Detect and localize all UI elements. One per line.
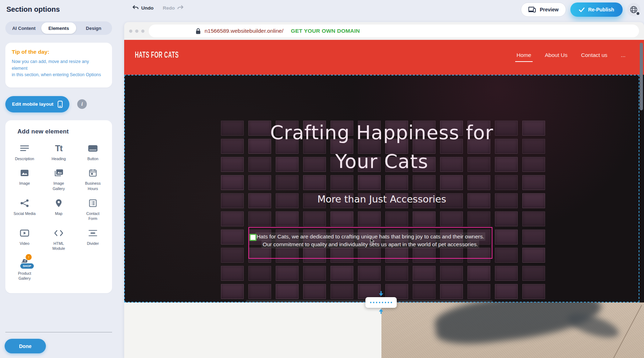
scrollbar-thumb[interactable]	[640, 43, 643, 110]
element-video[interactable]: Video	[7, 228, 42, 254]
check-icon	[579, 7, 585, 12]
nav-contact-us[interactable]: Contact us	[581, 52, 607, 63]
html-module-icon	[54, 228, 63, 238]
undo-label: Undo	[141, 5, 154, 11]
mouse-cursor	[370, 238, 375, 244]
hero-tile	[495, 284, 518, 299]
hero-tile	[413, 266, 436, 281]
hero-tile	[468, 266, 490, 281]
site-nav: Home About Us Contact us ...	[517, 40, 625, 63]
undo-button[interactable]: Undo	[132, 5, 154, 11]
preview-button[interactable]: Preview	[521, 2, 566, 17]
hero-tile	[303, 266, 326, 281]
hero-subheading: More than Just Accessories	[124, 193, 639, 205]
window-dots	[129, 30, 144, 33]
nav-home[interactable]: Home	[517, 52, 531, 63]
hero-tile	[385, 211, 408, 226]
hero-tile	[276, 175, 299, 190]
undo-icon	[132, 5, 139, 11]
window-dot	[141, 30, 144, 33]
site-logo[interactable]: HATS FOR CATS	[135, 51, 179, 60]
video-icon	[20, 228, 29, 238]
hero-tile	[495, 266, 518, 281]
done-button[interactable]: Done	[5, 339, 46, 353]
hero-tile	[248, 211, 271, 226]
redo-label: Redo	[163, 5, 175, 11]
product-gallery-icon: SHOP ↑	[20, 258, 29, 268]
site-preview-window: n1566589.websitebuilder.online/ GET YOUR…	[124, 22, 644, 358]
tip-body-line2: in this section, when entering Section O…	[12, 72, 106, 78]
hero-tile	[495, 175, 518, 190]
element-heading[interactable]: Tt Heading	[42, 143, 76, 164]
nav-about-us[interactable]: About Us	[545, 52, 568, 63]
element-image[interactable]: Image	[7, 168, 42, 194]
element-business-hours[interactable]: Business Hours	[76, 168, 110, 194]
description-icon	[20, 143, 29, 154]
sidebar-tabs: AI Content Elements Design	[5, 21, 112, 35]
site-header: HATS FOR CATS Home About Us Contact us .…	[124, 40, 644, 75]
republish-button[interactable]: Re-Publish	[570, 2, 623, 17]
globe-status-dot	[636, 11, 640, 16]
hero-section[interactable]: Crafting Happiness for Your Cats More th…	[124, 75, 644, 302]
hero-tile	[276, 284, 299, 299]
hero-tile	[303, 211, 326, 226]
business-hours-icon	[89, 168, 97, 178]
phone-icon	[58, 101, 63, 108]
tab-ai-content[interactable]: AI Content	[6, 22, 41, 34]
redo-button[interactable]: Redo	[163, 5, 184, 11]
element-button[interactable]: Button	[76, 143, 110, 164]
preview-label: Preview	[540, 7, 559, 12]
shop-badge: SHOP	[20, 263, 35, 269]
hero-tile	[413, 211, 436, 226]
edit-mobile-layout-button[interactable]: Edit mobile layout	[5, 96, 69, 112]
hero-tile	[468, 175, 490, 190]
window-dot	[135, 30, 138, 33]
button-icon	[88, 143, 98, 154]
hero-tile	[358, 211, 381, 226]
element-product-gallery[interactable]: SHOP ↑ Product Gallery	[7, 258, 42, 284]
hero-tile	[522, 230, 545, 244]
hero-tile	[276, 266, 299, 281]
hero-tile	[522, 284, 545, 299]
hero-tile	[303, 284, 326, 299]
republish-label: Re-Publish	[588, 7, 614, 12]
section-resize-handle[interactable]	[365, 297, 397, 308]
element-html-module[interactable]: HTML Module	[42, 228, 76, 254]
hero-tile	[221, 211, 244, 226]
map-pin-icon	[56, 198, 62, 209]
address-bar[interactable]: n1566589.websitebuilder.online/ GET YOUR…	[149, 25, 639, 37]
nav-more-ellipsis[interactable]: ...	[621, 52, 625, 63]
element-social-media[interactable]: Social Media	[7, 198, 42, 224]
hero-tile	[413, 284, 436, 299]
hero-tile	[221, 230, 244, 244]
element-divider[interactable]: Divider	[76, 228, 110, 254]
hero-tile	[413, 175, 436, 190]
element-map[interactable]: Map	[42, 198, 76, 224]
next-section	[124, 302, 644, 358]
hero-tile	[440, 266, 463, 281]
element-contact-form[interactable]: Contact Form	[76, 198, 110, 224]
edit-mobile-label: Edit mobile layout	[12, 101, 53, 107]
hero-heading: Crafting Happiness for Your Cats	[124, 118, 639, 176]
hero-tile	[303, 175, 326, 190]
tip-body-line1: Now you can add, move and resize any ele…	[12, 58, 106, 72]
hero-tile	[331, 175, 353, 190]
element-image-gallery[interactable]: Image Gallery	[42, 168, 76, 194]
page-title: Section options	[6, 5, 60, 14]
hero-tile	[522, 211, 545, 226]
element-drag-handle[interactable]	[249, 234, 257, 241]
tab-design[interactable]: Design	[76, 22, 111, 34]
hero-tile	[495, 211, 518, 226]
tab-elements[interactable]: Elements	[41, 22, 76, 34]
toolbar-actions: Preview Re-Publish	[521, 2, 640, 17]
element-description[interactable]: Description	[7, 143, 42, 164]
heading-icon: Tt	[55, 143, 63, 154]
language-globe-button[interactable]	[627, 3, 640, 16]
get-domain-link[interactable]: GET YOUR OWN DOMAIN	[291, 28, 360, 34]
element-grid: Description Tt Heading Button	[7, 143, 110, 284]
hero-tile	[221, 248, 244, 263]
hero-tile	[248, 284, 271, 299]
hero-tile	[221, 284, 244, 299]
browser-chrome: n1566589.websitebuilder.online/ GET YOUR…	[124, 22, 644, 40]
info-icon[interactable]: i	[77, 99, 87, 109]
